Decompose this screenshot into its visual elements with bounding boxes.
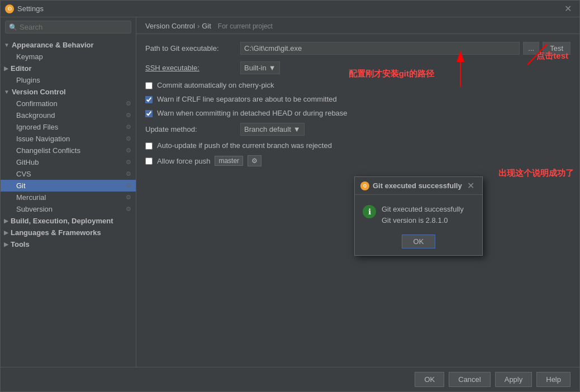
sidebar-item-background[interactable]: Background ⚙ [1,109,136,121]
settings-icon: ⚙ [126,112,131,119]
expand-icon: ▼ [4,89,9,95]
test-button[interactable]: Test [543,42,571,55]
dialog-title-bar: ⚙ Git executed successfully ✕ [355,177,482,195]
settings-icon: ⚙ [126,205,131,213]
breadcrumb-vc: Version Control [145,22,195,30]
main-content: 🔍 ▼ Appearance & Behavior Keymap ▶ Edito… [1,17,579,367]
sidebar: 🔍 ▼ Appearance & Behavior Keymap ▶ Edito… [1,17,136,367]
browse-button[interactable]: ... [523,42,539,55]
search-input[interactable] [20,23,127,31]
help-button[interactable]: Help [536,372,571,387]
ok-button[interactable]: OK [415,372,444,387]
dialog-footer: OK [355,231,482,255]
sidebar-label: Plugins [16,76,40,84]
settings-icon: ⚙ [126,194,131,201]
dialog-close-button[interactable]: ✕ [465,180,477,191]
dialog-message: Git executed successfully Git version is… [382,204,464,226]
close-button[interactable]: ✕ [561,2,575,15]
sidebar-label: Background [16,111,55,119]
expand-icon: ▶ [4,230,8,236]
sidebar-label: Subversion [16,205,53,213]
project-note: For current project [218,22,273,30]
app-icon: ⚙ [5,4,14,13]
git-path-label: Path to Git executable: [145,44,240,52]
sidebar-item-ignored-files[interactable]: Ignored Files ⚙ [1,121,136,133]
cherry-pick-row: Commit automatically on cherry-pick [145,81,571,89]
sidebar-item-issue-navigation[interactable]: Issue Navigation ⚙ [1,133,136,145]
sidebar-label: Appearance & Behavior [12,41,94,49]
update-method-dropdown[interactable]: Branch default ▼ [240,123,305,136]
expand-icon: ▶ [4,65,8,71]
detached-checkbox[interactable] [145,110,153,117]
sidebar-label: Confirmation [16,99,58,108]
sidebar-item-subversion[interactable]: Subversion ⚙ [1,203,136,215]
expand-icon: ▶ [4,218,8,224]
sidebar-item-appearance-behavior[interactable]: ▼ Appearance & Behavior [1,39,136,51]
sidebar-item-editor[interactable]: ▶ Editor [1,63,136,74]
sidebar-item-tools[interactable]: ▶ Tools [1,238,136,250]
cherry-pick-checkbox[interactable] [145,82,153,89]
sidebar-label: Build, Execution, Deployment [11,217,113,225]
sidebar-item-mercurial[interactable]: Mercurial ⚙ [1,192,136,203]
dialog-message-line1: Git executed successfully [382,204,464,215]
ssh-label-text: SSH executable: [145,64,199,72]
auto-update-checkbox[interactable] [145,142,153,150]
cherry-pick-label: Commit automatically on cherry-pick [157,81,274,89]
ssh-label: SSH executable: [145,64,240,72]
crlf-row: Warn if CRLF line separators are about t… [145,95,571,103]
sidebar-item-confirmation[interactable]: Confirmation ⚙ [1,98,136,109]
sidebar-item-git[interactable]: Git ⚙ [1,180,136,192]
detached-label: Warn when committing in detached HEAD or… [157,109,348,117]
sidebar-label: Languages & Frameworks [11,228,101,237]
crlf-checkbox[interactable] [145,96,153,103]
sidebar-label: Issue Navigation [16,135,70,143]
sidebar-label: Tools [11,240,30,248]
sidebar-item-cvs[interactable]: CVS ⚙ [1,168,136,180]
force-push-checkbox[interactable] [145,157,153,165]
sidebar-label: GitHub [16,158,39,166]
sidebar-label: CVS [16,170,31,178]
dialog-title: Git executed successfully [373,181,465,190]
success-icon: ℹ [363,205,376,218]
settings-icon: ⚙ [126,159,131,166]
sidebar-item-keymap[interactable]: Keymap [1,51,136,63]
breadcrumb: Version Control › Git For current projec… [145,22,571,30]
crlf-label: Warn if CRLF line separators are about t… [157,95,337,103]
apply-button[interactable]: Apply [495,372,533,387]
sidebar-label: Ignored Files [16,123,58,131]
ssh-dropdown[interactable]: Built-in ▼ [240,61,280,74]
sidebar-label: Changelist Conflicts [16,146,80,155]
git-success-dialog: ⚙ Git executed successfully ✕ ℹ Git exec… [354,176,483,256]
sidebar-item-changelist-conflicts[interactable]: Changelist Conflicts ⚙ [1,145,136,156]
sidebar-item-plugins[interactable]: Plugins [1,74,136,86]
sidebar-item-languages-frameworks[interactable]: ▶ Languages & Frameworks [1,227,136,238]
sidebar-item-build-execution-deployment[interactable]: ▶ Build, Execution, Deployment [1,215,136,227]
sidebar-item-github[interactable]: GitHub ⚙ [1,156,136,168]
sidebar-item-version-control[interactable]: ▼ Version Control [1,86,136,98]
sidebar-label: Version Control [12,88,66,96]
cancel-button[interactable]: Cancel [449,372,490,387]
git-path-input-group: ... Test [240,42,571,55]
right-panel: Version Control › Git For current projec… [136,17,579,367]
update-method-label: Update method: [145,125,240,133]
update-method-value: Branch default [244,125,291,133]
settings-icon: ⚙ [126,182,131,189]
detached-row: Warn when committing in detached HEAD or… [145,109,571,117]
dialog-ok-button[interactable]: OK [402,235,436,248]
auto-update-row: Auto-update if push of the current branc… [145,141,571,150]
expand-icon: ▶ [4,241,8,247]
breadcrumb-arrow: › [197,22,199,30]
git-path-input[interactable] [240,42,520,55]
ssh-value: Built-in [244,64,267,72]
settings-icon: ⚙ [126,100,131,107]
sidebar-label: Keymap [16,52,43,61]
settings-icon: ⚙ [126,123,131,131]
window-title: Settings [17,4,561,13]
sidebar-label: Editor [11,64,32,73]
force-push-settings-button[interactable]: ⚙ [248,155,262,166]
search-box[interactable]: 🔍 [5,21,131,34]
expand-icon: ▼ [4,42,9,48]
auto-update-label: Auto-update if push of the current branc… [157,141,332,150]
settings-icon: ⚙ [126,135,131,142]
dropdown-arrow: ▼ [269,64,276,72]
